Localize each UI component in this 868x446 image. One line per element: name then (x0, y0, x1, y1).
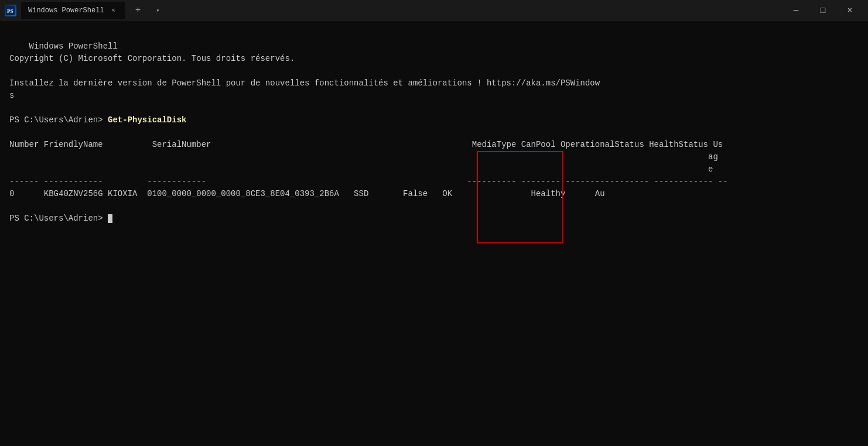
new-tab-button[interactable]: + (130, 2, 146, 19)
prompt-1-text: PS C:\Users\Adrien> (9, 115, 108, 125)
terminal-output: Windows PowerShell Copyright (C) Microso… (9, 28, 859, 237)
line-2: Copyright (C) Microsoft Corporation. Tou… (9, 54, 295, 63)
prompt-1: PS C:\Users\Adrien> Get-PhysicalDisk (9, 115, 186, 125)
prompt-2-text: PS C:\Users\Adrien> (9, 214, 108, 223)
tab-title: Windows PowerShell (28, 6, 104, 15)
headers-row3: e (9, 164, 718, 174)
window-controls: ─ □ × (782, 0, 863, 21)
titlebar-left: PS Windows PowerShell × + ▾ (5, 2, 782, 19)
line-1: Windows PowerShell (29, 42, 118, 51)
headers-row2: ag (9, 152, 718, 162)
data-row: 0 KBG40ZNV256G KIOXIA 0100_0000_0000_000… (9, 189, 605, 198)
tab-dropdown-button[interactable]: ▾ (151, 4, 165, 18)
separator-row: ------ ------------ ------------ -------… (9, 177, 728, 186)
close-button[interactable]: × (836, 0, 863, 21)
titlebar: PS Windows PowerShell × + ▾ ─ □ × (0, 0, 868, 21)
terminal-body[interactable]: Windows PowerShell Copyright (C) Microso… (0, 21, 868, 446)
line-4: Installez la dernière version de PowerSh… (9, 78, 600, 88)
prompt-2: PS C:\Users\Adrien> (9, 214, 112, 223)
minimize-button[interactable]: ─ (782, 0, 809, 21)
command-1: Get-PhysicalDisk (108, 115, 186, 125)
svg-text:PS: PS (7, 8, 13, 14)
powershell-icon: PS (5, 5, 16, 16)
tab-close-button[interactable]: × (109, 6, 118, 15)
headers-row: Number FriendlyName SerialNumber MediaTy… (9, 140, 723, 149)
line-5: s (9, 91, 14, 100)
cursor (108, 214, 112, 223)
active-tab[interactable]: Windows PowerShell × (21, 2, 125, 19)
maximize-button[interactable]: □ (809, 0, 836, 21)
